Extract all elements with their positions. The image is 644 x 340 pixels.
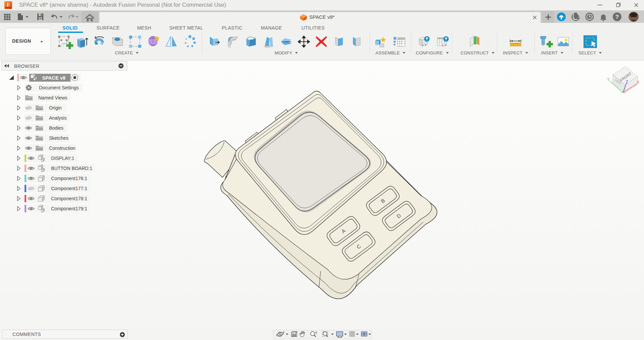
svg-text:Bodies: Bodies bbox=[49, 125, 64, 131]
svg-text:Component178:1: Component178:1 bbox=[51, 196, 87, 201]
svg-text:DISPLAY:1: DISPLAY:1 bbox=[51, 156, 74, 161]
svg-text:Component179:1: Component179:1 bbox=[51, 206, 87, 211]
svg-text:Construction: Construction bbox=[49, 145, 76, 151]
svg-text:Sketches: Sketches bbox=[49, 135, 69, 141]
svg-text:X: X bbox=[637, 80, 640, 85]
svg-text:Z: Z bbox=[626, 79, 628, 84]
svg-text:Component176:1: Component176:1 bbox=[51, 176, 87, 181]
svg-text:Analysis: Analysis bbox=[49, 115, 67, 121]
svg-text:Y: Y bbox=[607, 77, 610, 82]
svg-text:Document Settings: Document Settings bbox=[39, 85, 79, 90]
svg-text:BUTTON BOARD:1: BUTTON BOARD:1 bbox=[51, 166, 92, 171]
svg-text:F: F bbox=[7, 2, 10, 7]
svg-text:Origin: Origin bbox=[49, 105, 62, 111]
svg-text:Component177:1: Component177:1 bbox=[51, 186, 87, 191]
svg-text:Named Views: Named Views bbox=[38, 95, 67, 100]
svg-text:SPACE v8: SPACE v8 bbox=[42, 75, 65, 81]
svg-text:?: ? bbox=[615, 14, 619, 20]
